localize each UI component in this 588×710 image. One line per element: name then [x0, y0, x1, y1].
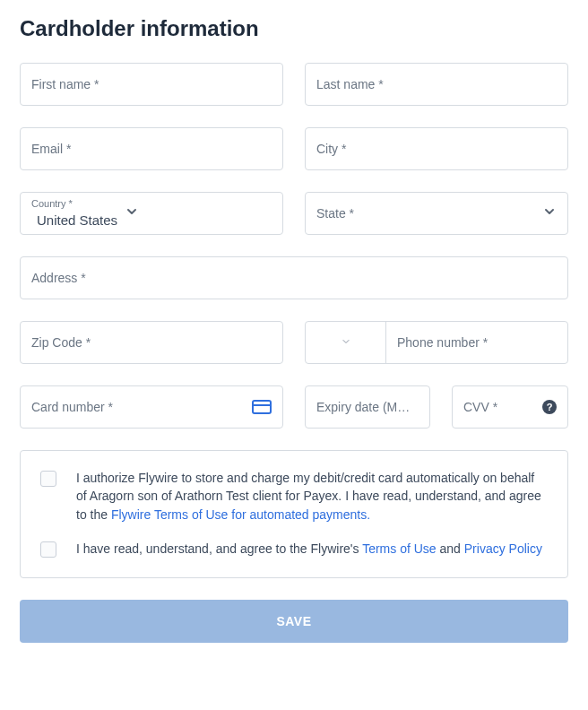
email-placeholder: Email * — [31, 142, 272, 156]
terms-text: I have read, understand, and agree to th… — [76, 540, 542, 558]
city-field[interactable]: City * — [305, 127, 568, 170]
country-label: Country * — [31, 198, 73, 209]
state-select[interactable]: State * — [305, 192, 568, 235]
zip-field[interactable]: Zip Code * — [20, 321, 283, 364]
terms-of-use-link[interactable]: Terms of Use — [362, 541, 436, 556]
phone-country-code-select[interactable] — [306, 322, 386, 363]
credit-card-icon — [252, 400, 272, 414]
phone-number-field[interactable]: Phone number * — [386, 322, 567, 363]
help-icon[interactable]: ? — [542, 400, 557, 414]
save-button[interactable]: SAVE — [20, 600, 568, 643]
phone-placeholder: Phone number * — [397, 335, 488, 350]
address-placeholder: Address * — [31, 271, 557, 285]
first-name-field[interactable]: First name * — [20, 63, 283, 106]
expiry-field[interactable]: Expiry date (MM/… — [305, 385, 430, 429]
authorize-text: I authorize Flywire to store and charge … — [76, 469, 548, 524]
email-field[interactable]: Email * — [20, 127, 283, 170]
page-title: Cardholder information — [20, 16, 568, 41]
city-placeholder: City * — [316, 142, 557, 156]
chevron-down-icon — [125, 204, 139, 222]
privacy-policy-link[interactable]: Privacy Policy — [464, 541, 542, 556]
phone-group: Phone number * — [305, 321, 568, 364]
last-name-field[interactable]: Last name * — [305, 63, 568, 106]
country-select[interactable]: Country * United States — [20, 192, 283, 235]
country-value: United States — [31, 212, 117, 228]
last-name-placeholder: Last name * — [316, 77, 557, 91]
first-name-placeholder: First name * — [31, 77, 272, 91]
authorize-checkbox[interactable] — [40, 471, 56, 487]
consent-box: I authorize Flywire to store and charge … — [20, 450, 568, 578]
state-placeholder: State * — [316, 206, 535, 221]
card-number-placeholder: Card number * — [31, 400, 245, 414]
card-number-field[interactable]: Card number * — [20, 385, 283, 429]
address-field[interactable]: Address * — [20, 256, 568, 299]
automated-payments-terms-link[interactable]: Flywire Terms of Use for automated payme… — [111, 507, 370, 522]
chevron-down-icon — [542, 204, 557, 222]
terms-checkbox[interactable] — [40, 541, 56, 558]
expiry-placeholder: Expiry date (MM/… — [316, 400, 419, 414]
cvv-placeholder: CVV * — [463, 400, 542, 414]
zip-placeholder: Zip Code * — [31, 335, 272, 350]
chevron-down-icon — [341, 334, 351, 351]
cvv-field[interactable]: CVV * ? — [452, 385, 568, 429]
